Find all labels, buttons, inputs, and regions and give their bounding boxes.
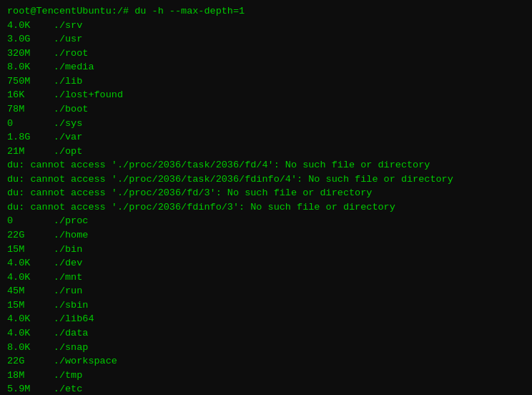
terminal-line: 320M ./root	[7, 47, 525, 61]
terminal-line: 4.0K ./data	[7, 326, 525, 341]
terminal-line: 5.9M ./etc	[7, 382, 525, 395]
terminal-line: du: cannot access './proc/2036/fd/3': No…	[7, 186, 525, 200]
terminal-line: 21M ./opt	[7, 145, 525, 159]
terminal-line: 18M ./tmp	[7, 369, 525, 383]
terminal-line: du: cannot access './proc/2036/task/2036…	[7, 172, 525, 187]
terminal-line: 45M ./run	[7, 284, 525, 298]
terminal-line: 750M ./lib	[7, 74, 525, 89]
terminal-line: 15M ./sbin	[7, 298, 525, 313]
terminal-line: 0 ./sys	[7, 117, 525, 131]
terminal-line: du: cannot access './proc/2036/task/2036…	[7, 158, 525, 172]
terminal-line: 15M ./bin	[7, 243, 525, 257]
terminal-line: 78M ./boot	[7, 102, 525, 117]
terminal-line: 0 ./proc	[7, 214, 525, 228]
terminal-line: 22G ./workspace	[7, 354, 525, 369]
terminal-line: du: cannot access './proc/2036/fdinfo/3'…	[7, 200, 525, 215]
terminal-line: 4.0K ./dev	[7, 256, 525, 270]
terminal-line: 4.0K ./lib64	[7, 312, 525, 326]
terminal-line: 4.0K ./mnt	[7, 270, 525, 285]
terminal-line: 22G ./home	[7, 228, 525, 243]
terminal-line: 3.0G ./usr	[7, 32, 525, 47]
terminal-line: 8.0K ./snap	[7, 341, 525, 355]
terminal-line: 8.0K ./media	[7, 60, 525, 74]
terminal-line: 4.0K ./srv	[7, 19, 525, 33]
terminal-line: 16K ./lost+found	[7, 88, 525, 102]
terminal-line: 1.8G ./var	[7, 130, 525, 145]
terminal: root@TencentUbuntu:/# du -h --max-depth=…	[7, 4, 525, 395]
prompt-line: root@TencentUbuntu:/# du -h --max-depth=…	[7, 4, 525, 19]
